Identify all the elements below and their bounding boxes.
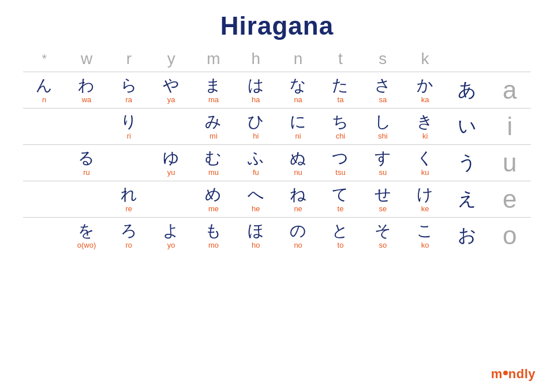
cell-vowel-jp: え — [446, 181, 488, 218]
table-row: んnわwaらraやyaまmaはhaなnaたtaさsaかkaあa — [23, 72, 531, 109]
cell-kana: もmo — [192, 218, 234, 254]
header-vowel-jp — [446, 46, 488, 72]
cell-kana: さsa — [362, 72, 404, 109]
cell-kana: らra — [108, 72, 150, 109]
table-row: るruゆyuむmuふfuぬnuつtsuすsuくkuうu — [23, 145, 531, 181]
cell-kana: ほho — [235, 218, 277, 254]
cell-kana: やya — [150, 72, 192, 109]
cell-kana: ねne — [277, 181, 319, 218]
hiragana-table: * w r y m h n t s k んnわwaらraやyaまmaはha — [23, 46, 531, 253]
cell-kana: きki — [404, 109, 446, 145]
cell-kana: ぬnu — [277, 145, 319, 181]
header-r: r — [108, 46, 150, 72]
cell-kana: くku — [404, 145, 446, 181]
header-h: h — [235, 46, 277, 72]
cell-kana: れre — [108, 181, 150, 218]
cell-kana: すsu — [362, 145, 404, 181]
header-star: * — [23, 46, 65, 72]
cell-kana: ゆyu — [150, 145, 192, 181]
cell-kana: なna — [277, 72, 319, 109]
cell-kana: にni — [277, 109, 319, 145]
cell-kana: ひhi — [235, 109, 277, 145]
header-y: y — [150, 46, 192, 72]
cell-kana: しshi — [362, 109, 404, 145]
cell-kana: のno — [277, 218, 319, 254]
cell-vowel-jp: い — [446, 109, 488, 145]
cell-kana: とto — [319, 218, 361, 254]
cell-special — [23, 181, 65, 218]
cell-kana: みmi — [192, 109, 234, 145]
cell-vowel-jp: あ — [446, 72, 488, 109]
cell-vowel-jp: お — [446, 218, 488, 254]
mondly-logo: mndly — [491, 367, 536, 382]
cell-kana: へhe — [235, 181, 277, 218]
table-row: れreめmeへheねneてteせseけkeえe — [23, 181, 531, 218]
cell-special — [23, 145, 65, 181]
header-w: w — [65, 46, 107, 72]
hiragana-table-container: * w r y m h n t s k んnわwaらraやyaまmaはha — [23, 46, 531, 380]
cell-special: んn — [23, 72, 65, 109]
logo-dot — [503, 371, 508, 375]
cell-kana: よyo — [150, 218, 192, 254]
cell-kana — [65, 109, 107, 145]
cell-kana: わwa — [65, 72, 107, 109]
header-s: s — [362, 46, 404, 72]
cell-vowel-jp: う — [446, 145, 488, 181]
cell-kana: たta — [319, 72, 361, 109]
table-row: りriみmiひhiにniちchiしshiきkiいi — [23, 109, 531, 145]
cell-special — [23, 109, 65, 145]
cell-kana — [150, 181, 192, 218]
table-row: をo(wo)ろroよyoもmoほhoのnoとtoそsoこkoおo — [23, 218, 531, 254]
cell-vowel-latin: e — [489, 181, 531, 218]
cell-kana: ちchi — [319, 109, 361, 145]
cell-vowel-latin: o — [489, 218, 531, 254]
cell-kana: かka — [404, 72, 446, 109]
header-k: k — [404, 46, 446, 72]
cell-kana — [108, 145, 150, 181]
cell-vowel-latin: i — [489, 109, 531, 145]
cell-kana: こko — [404, 218, 446, 254]
cell-kana: ろro — [108, 218, 150, 254]
header-m: m — [192, 46, 234, 72]
cell-kana: むmu — [192, 145, 234, 181]
cell-special — [23, 218, 65, 254]
cell-kana: りri — [108, 109, 150, 145]
page: Hiragana * w r y m h n t s k — [0, 0, 554, 392]
header-vowel-latin — [489, 46, 531, 72]
header-n: n — [277, 46, 319, 72]
page-title: Hiragana — [220, 12, 334, 40]
cell-kana: をo(wo) — [65, 218, 107, 254]
cell-kana: てte — [319, 181, 361, 218]
cell-kana: はha — [235, 72, 277, 109]
cell-vowel-latin: a — [489, 72, 531, 109]
cell-kana: そso — [362, 218, 404, 254]
cell-kana — [65, 181, 107, 218]
cell-kana: けke — [404, 181, 446, 218]
header-row: * w r y m h n t s k — [23, 46, 531, 72]
cell-kana: めme — [192, 181, 234, 218]
cell-kana: ふfu — [235, 145, 277, 181]
cell-vowel-latin: u — [489, 145, 531, 181]
cell-kana: まma — [192, 72, 234, 109]
header-t: t — [319, 46, 361, 72]
cell-kana: つtsu — [319, 145, 361, 181]
cell-kana — [150, 109, 192, 145]
cell-kana: るru — [65, 145, 107, 181]
cell-kana: せse — [362, 181, 404, 218]
